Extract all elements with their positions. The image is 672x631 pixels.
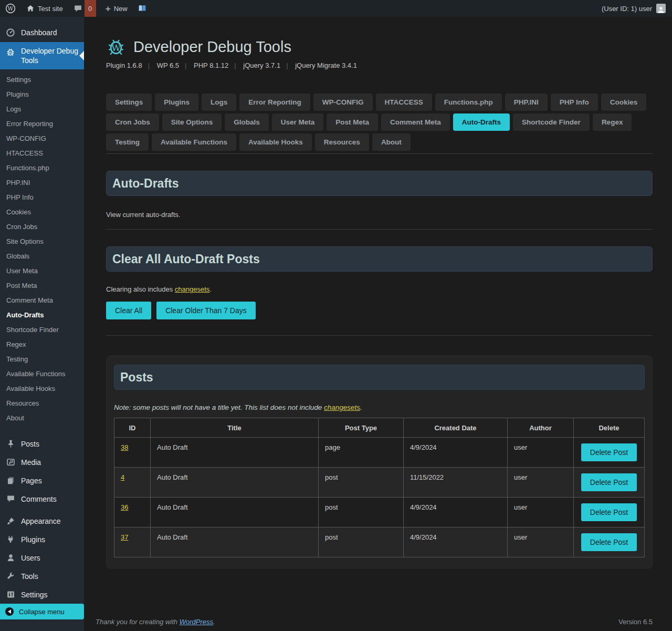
active-menu-arrow-icon (79, 51, 84, 60)
post-id-link[interactable]: 36 (121, 503, 128, 511)
post-author-cell: user (508, 468, 574, 498)
site-name-menu[interactable]: Test site (21, 0, 68, 17)
col-header-id: ID (114, 418, 151, 438)
post-author-cell: user (508, 527, 574, 557)
tab-regex[interactable]: Regex (593, 113, 632, 131)
plug-icon (5, 535, 16, 544)
post-id-link[interactable]: 37 (121, 533, 128, 541)
submenu-item-regex[interactable]: Regex (0, 337, 84, 352)
tab-functions-php[interactable]: Functions.php (435, 94, 502, 111)
comment-count-badge[interactable]: 0 (85, 0, 96, 17)
post-id-link[interactable]: 38 (121, 443, 128, 451)
sidebar-item-dashboard[interactable]: Dashboard (0, 23, 84, 42)
tab-available-hooks[interactable]: Available Hooks (239, 133, 312, 151)
tab-php-ini[interactable]: PHP.INI (505, 94, 548, 111)
table-row: 36 Auto Draft post 4/9/2024 user Delete … (114, 498, 645, 527)
submenu-item-settings[interactable]: Settings (0, 73, 84, 87)
delete-post-button[interactable]: Delete Post (581, 503, 637, 521)
submenu-item-wp-config[interactable]: WP-CONFIG (0, 131, 84, 146)
sidebar-item-appearance[interactable]: Appearance (0, 512, 84, 530)
submenu-item-cron-jobs[interactable]: Cron Jobs (0, 220, 84, 234)
table-row: 38 Auto Draft page 4/9/2024 user Delete … (114, 438, 645, 468)
sidebar-item-users[interactable]: Users (0, 549, 84, 567)
tab-settings[interactable]: Settings (106, 94, 152, 111)
post-author-cell: user (508, 498, 574, 527)
sidebar-item-media[interactable]: Media (0, 453, 84, 471)
new-content-menu[interactable]: + New (100, 0, 133, 17)
sidebar-item-settings[interactable]: Settings (0, 585, 84, 604)
posts-note-suffix: . (360, 404, 362, 411)
tab-php-info[interactable]: PHP Info (551, 94, 598, 111)
tab-resources[interactable]: Resources (315, 133, 369, 151)
post-date-cell: 4/9/2024 (404, 438, 508, 468)
submenu-item-auto-drafts[interactable]: Auto-Drafts (0, 308, 84, 323)
submenu-item-functions-php[interactable]: Functions.php (0, 161, 84, 175)
tab-plugins[interactable]: Plugins (155, 94, 198, 111)
submenu-item-error-reporting[interactable]: Error Reporting (0, 117, 84, 131)
submenu-item-user-meta[interactable]: User Meta (0, 264, 84, 278)
tab-user-meta[interactable]: User Meta (272, 113, 324, 131)
sidebar-item-developer-debug-tools[interactable]: W Developer Debug Tools (0, 42, 84, 69)
docs-menu[interactable] (133, 0, 152, 17)
submenu-item-php-ini[interactable]: PHP.INI (0, 175, 84, 190)
submenu-item-available-hooks[interactable]: Available Hooks (0, 381, 84, 396)
submenu-item-post-meta[interactable]: Post Meta (0, 278, 84, 293)
brush-icon (5, 516, 16, 525)
tab-testing[interactable]: Testing (106, 133, 149, 151)
post-id-link[interactable]: 4 (121, 473, 124, 481)
clear-all-button[interactable]: Clear All (106, 302, 151, 319)
submenu-item-logs[interactable]: Logs (0, 102, 84, 117)
tab-error-reporting[interactable]: Error Reporting (239, 94, 310, 111)
wordpress-link[interactable]: WordPress (180, 618, 213, 626)
tab-comment-meta[interactable]: Comment Meta (381, 113, 450, 131)
submenu-item-htaccess[interactable]: HTACCESS (0, 146, 84, 161)
submenu-item-comment-meta[interactable]: Comment Meta (0, 293, 84, 308)
tab-auto-drafts[interactable]: Auto-Drafts (453, 113, 510, 131)
comments-menu[interactable] (68, 0, 85, 17)
sidebar-item-tools[interactable]: Tools (0, 567, 84, 585)
sidebar-item-pages[interactable]: Pages (0, 471, 84, 490)
submenu-item-available-functions[interactable]: Available Functions (0, 367, 84, 381)
clear-section-note: Clearing also includes changesets. (106, 285, 653, 293)
tab-shortcode-finder[interactable]: Shortcode Finder (513, 113, 590, 131)
submenu-item-resources[interactable]: Resources (0, 396, 84, 411)
sidebar-item-comments[interactable]: Comments (0, 490, 84, 508)
tab-htaccess[interactable]: HTACCESS (376, 94, 432, 111)
avatar[interactable] (656, 4, 666, 13)
tab-post-meta[interactable]: Post Meta (327, 113, 378, 131)
wp-logo-menu[interactable]: W (0, 0, 21, 17)
sidebar-item-plugins[interactable]: Plugins (0, 530, 84, 549)
jquery-version: jQuery 3.7.1 (236, 61, 288, 69)
changesets-link[interactable]: changesets (175, 285, 210, 293)
table-row: 4 Auto Draft post 11/15/2022 user Delete… (114, 468, 645, 498)
sidebar-item-posts[interactable]: Posts (0, 435, 84, 453)
user-account-label[interactable]: (User ID: 1) user (602, 5, 652, 13)
tab-logs[interactable]: Logs (202, 94, 236, 111)
submenu-item-plugins[interactable]: Plugins (0, 87, 84, 102)
delete-post-button[interactable]: Delete Post (581, 443, 637, 461)
table-header-row: ID Title Post Type Created Date Author D… (114, 418, 645, 438)
tab-wp-config[interactable]: WP-CONFIG (313, 94, 373, 111)
tab-site-options[interactable]: Site Options (162, 113, 222, 131)
clear-older-button[interactable]: Clear Older Than 7 Days (156, 302, 256, 319)
submenu-item-php-info[interactable]: PHP Info (0, 190, 84, 205)
divider (106, 335, 653, 336)
submenu-item-globals[interactable]: Globals (0, 249, 84, 264)
submenu-item-shortcode-finder[interactable]: Shortcode Finder (0, 323, 84, 337)
changesets-link[interactable]: changesets (324, 404, 360, 411)
tab-available-functions[interactable]: Available Functions (152, 133, 236, 151)
tab-cron-jobs[interactable]: Cron Jobs (106, 113, 159, 131)
submenu-item-testing[interactable]: Testing (0, 352, 84, 367)
collapse-menu-button[interactable]: Collapse menu (0, 604, 84, 619)
new-label: New (114, 5, 128, 13)
submenu-item-site-options[interactable]: Site Options (0, 234, 84, 249)
tab-about[interactable]: About (372, 133, 411, 151)
post-title-cell: Auto Draft (151, 527, 319, 557)
tab-globals[interactable]: Globals (225, 113, 269, 131)
divider (106, 229, 653, 230)
delete-post-button[interactable]: Delete Post (581, 473, 637, 491)
tab-cookies[interactable]: Cookies (601, 94, 647, 111)
submenu-item-about[interactable]: About (0, 411, 84, 426)
submenu-item-cookies[interactable]: Cookies (0, 205, 84, 220)
delete-post-button[interactable]: Delete Post (581, 533, 637, 551)
